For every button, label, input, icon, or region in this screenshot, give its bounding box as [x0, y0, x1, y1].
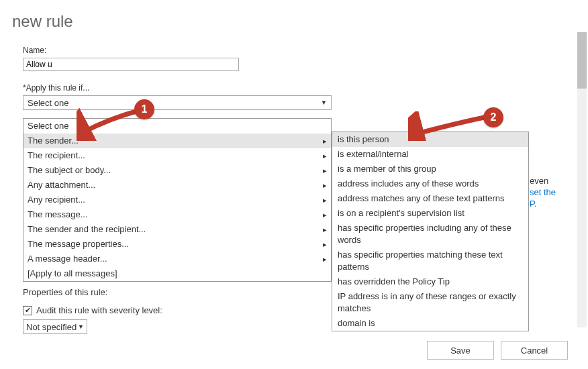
- chevron-down-icon: ▼: [78, 323, 84, 330]
- apply-rule-label: *Apply this rule if...: [23, 83, 349, 93]
- condition-menu-item[interactable]: The subject or body...: [23, 163, 331, 178]
- vertical-scrollbar[interactable]: [577, 32, 587, 327]
- submenu-item[interactable]: IP address is in any of these ranges or …: [332, 289, 528, 316]
- name-label: Name:: [23, 46, 349, 55]
- submenu-item[interactable]: has specific properties matching these t…: [332, 248, 528, 274]
- submenu-item[interactable]: address matches any of these text patter…: [332, 191, 528, 206]
- properties-title: Properties of this rule:: [23, 287, 162, 297]
- condition-menu-item[interactable]: [Apply to all messages]: [23, 266, 331, 281]
- condition-menu-item[interactable]: The recipient...: [23, 148, 331, 163]
- condition-menu-item[interactable]: Any recipient...: [23, 193, 331, 207]
- submenu-item[interactable]: is this person: [332, 132, 528, 147]
- audit-label: Audit this rule with severity level:: [36, 305, 162, 315]
- condition-menu[interactable]: Select oneThe sender...The recipient...T…: [23, 118, 332, 282]
- annotation-badge-2: 2: [483, 107, 503, 127]
- condition-menu-item[interactable]: The message properties...: [23, 237, 331, 252]
- submenu-item[interactable]: address includes any of these words: [332, 176, 528, 191]
- save-button[interactable]: Save: [427, 341, 494, 360]
- condition-menu-item[interactable]: Any attachment...: [23, 178, 331, 193]
- submenu-item[interactable]: is external/internal: [332, 147, 528, 162]
- cancel-button[interactable]: Cancel: [501, 341, 568, 360]
- scrollbar-thumb[interactable]: [577, 32, 587, 89]
- obscured-link-line2[interactable]: set the: [530, 187, 556, 197]
- annotation-badge-1: 1: [134, 99, 154, 119]
- condition-menu-item[interactable]: A message header...: [23, 252, 331, 266]
- audit-checkbox[interactable]: ✔: [23, 306, 32, 315]
- obscured-link-line3[interactable]: P.: [530, 199, 537, 209]
- apply-rule-dropdown[interactable]: Select one ▼: [23, 95, 332, 110]
- chevron-down-icon: ▼: [321, 99, 327, 106]
- submenu-item[interactable]: has overridden the Policy Tip: [332, 274, 528, 289]
- dropdown-value: Select one: [28, 98, 68, 108]
- condition-menu-item[interactable]: Select one: [23, 119, 331, 134]
- condition-menu-item[interactable]: The message...: [23, 207, 331, 222]
- condition-menu-item[interactable]: The sender and the recipient...: [23, 222, 331, 237]
- obscured-text-line1: even: [530, 176, 548, 186]
- page-title: new rule: [0, 0, 588, 31]
- submenu-item[interactable]: is a member of this group: [332, 162, 528, 176]
- sender-submenu[interactable]: is this personis external/internalis a m…: [332, 131, 529, 331]
- submenu-item[interactable]: has specific properties including any of…: [332, 221, 528, 248]
- submenu-item[interactable]: domain is: [332, 316, 528, 331]
- name-input[interactable]: [23, 58, 239, 71]
- severity-dropdown[interactable]: Not specified ▼: [23, 319, 87, 334]
- submenu-item[interactable]: is on a recipient's supervision list: [332, 206, 528, 221]
- condition-menu-item[interactable]: The sender...: [23, 134, 331, 148]
- severity-value: Not specified: [26, 322, 77, 332]
